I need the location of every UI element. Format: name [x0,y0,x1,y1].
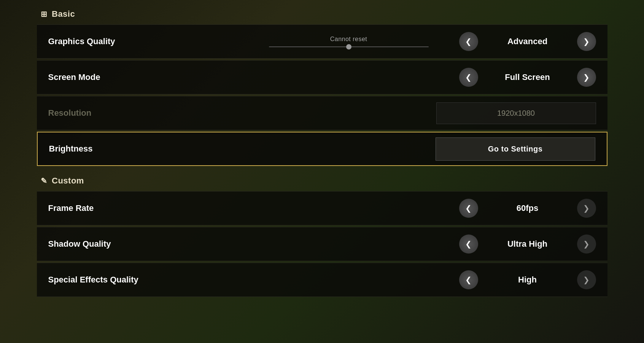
special-effects-quality-label: Special Effects Quality [48,275,239,285]
shadow-quality-row: Shadow Quality ❮ Ultra High ❯ [37,227,607,261]
screen-mode-value: Full Screen [478,72,577,82]
basic-icon: ⊞ [41,10,48,19]
brightness-control: Go to Settings [239,137,595,161]
custom-section-label: Custom [52,176,84,186]
graphics-quality-slider-area: Cannot reset [239,36,459,47]
special-effects-quality-value: High [478,275,577,285]
special-effects-quality-prev-btn[interactable]: ❮ [459,270,478,289]
custom-icon: ✎ [41,176,48,185]
screen-mode-row: Screen Mode ❮ Full Screen ❯ [37,60,607,94]
graphics-quality-label: Graphics Quality [48,37,239,46]
go-to-settings-button[interactable]: Go to Settings [436,137,595,161]
custom-section-header: ✎ Custom [37,171,607,191]
cannot-reset-label: Cannot reset [330,36,367,43]
frame-rate-row: Frame Rate ❮ 60fps ❯ [37,191,607,225]
shadow-quality-prev-btn[interactable]: ❮ [459,235,478,254]
graphics-quality-next-btn[interactable]: ❯ [577,32,596,51]
shadow-quality-next-btn[interactable]: ❯ [577,235,596,254]
graphics-quality-prev-btn[interactable]: ❮ [459,32,478,51]
frame-rate-control: ❮ 60fps ❯ [239,199,596,218]
graphics-quality-row: Graphics Quality Cannot reset ❮ Advanced… [37,24,607,59]
screen-mode-label: Screen Mode [48,72,239,82]
frame-rate-prev-btn[interactable]: ❮ [459,199,478,218]
brightness-row: Brightness Go to Settings [37,132,607,166]
screen-mode-control: ❮ Full Screen ❯ [239,68,596,87]
graphics-quality-slider-track[interactable] [269,46,429,47]
shadow-quality-label: Shadow Quality [48,239,239,249]
shadow-quality-value: Ultra High [478,239,577,249]
brightness-label: Brightness [49,144,239,154]
screen-mode-prev-btn[interactable]: ❮ [459,68,478,87]
special-effects-quality-row: Special Effects Quality ❮ High ❯ [37,263,607,297]
special-effects-quality-control: ❮ High ❯ [239,270,596,289]
special-effects-quality-next-btn[interactable]: ❯ [577,270,596,289]
basic-section-header: ⊞ Basic [37,4,607,24]
resolution-value: 1920x1080 [436,102,596,124]
resolution-control: 1920x1080 [239,102,596,124]
graphics-quality-slider-handle[interactable] [346,44,351,49]
frame-rate-next-btn[interactable]: ❯ [577,199,596,218]
basic-section-label: Basic [52,9,75,19]
screen-mode-next-btn[interactable]: ❯ [577,68,596,87]
shadow-quality-control: ❮ Ultra High ❯ [239,235,596,254]
graphics-quality-control: Cannot reset ❮ Advanced ❯ [239,32,596,51]
resolution-label: Resolution [48,108,239,118]
graphics-quality-value: Advanced [478,37,577,46]
frame-rate-label: Frame Rate [48,203,239,213]
frame-rate-value: 60fps [478,203,577,213]
resolution-row: Resolution 1920x1080 [37,96,607,130]
